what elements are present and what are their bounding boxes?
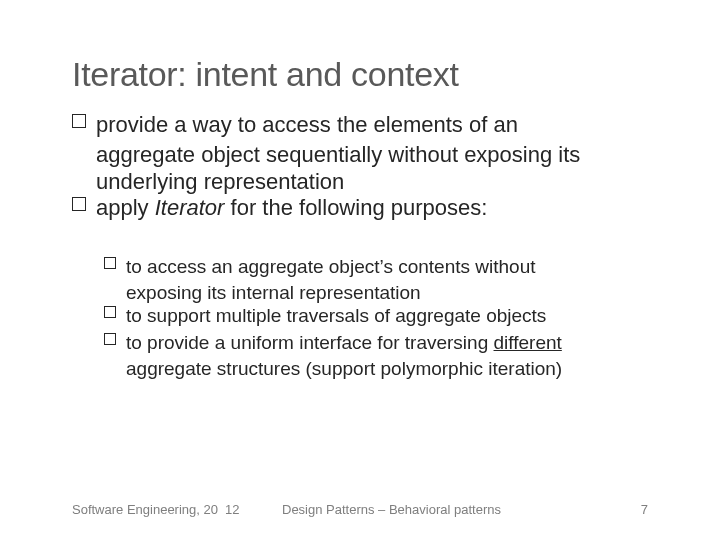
text-fragment: to access an aggregate object bbox=[126, 256, 380, 277]
square-bullet-icon bbox=[104, 306, 116, 318]
slide: Iterator: intent and context provide a w… bbox=[0, 0, 720, 540]
sub-bullet-continuation: exposing its internal representation bbox=[104, 281, 650, 304]
sub-bullet-continuation: aggregate structures (support polymorphi… bbox=[104, 357, 650, 380]
sub-bullet-text: to access an aggregate object’s contents… bbox=[126, 256, 536, 277]
square-bullet-icon bbox=[72, 114, 86, 128]
sub-block: to access an aggregate object’s contents… bbox=[104, 255, 650, 380]
footer-middle: Design Patterns – Behavioral patterns bbox=[282, 502, 501, 517]
square-bullet-icon bbox=[72, 197, 86, 211]
body-block: provide a way to access the elements of … bbox=[72, 112, 652, 225]
square-bullet-icon bbox=[104, 257, 116, 269]
sub-bullet-item: to support multiple traversals of aggreg… bbox=[104, 304, 650, 327]
underlined-term: different bbox=[494, 332, 562, 353]
text-fragment: to provide a uniform interface for trave… bbox=[126, 332, 494, 353]
sub-bullet-text: to provide a uniform interface for trave… bbox=[126, 332, 562, 353]
footer-left: Software Engineering, 20 bbox=[72, 502, 218, 517]
footer-number: 12 bbox=[225, 502, 239, 517]
bullet-text: provide a way to access the elements of … bbox=[96, 112, 652, 139]
bullet-item: apply Iterator for the following purpose… bbox=[72, 195, 652, 222]
bullet-item: provide a way to access the elements of … bbox=[72, 112, 652, 139]
bullet-continuation: aggregate object sequentially without ex… bbox=[72, 142, 652, 196]
sub-bullet-item: to provide a uniform interface for trave… bbox=[104, 331, 650, 354]
footer-page: 7 bbox=[641, 502, 648, 517]
sub-bullet-item: to access an aggregate object’s contents… bbox=[104, 255, 650, 278]
bullet-text: apply Iterator for the following purpose… bbox=[96, 195, 652, 222]
text-fragment: for the following purposes: bbox=[224, 195, 487, 220]
text-fragment: s contents without bbox=[383, 256, 535, 277]
slide-title: Iterator: intent and context bbox=[72, 55, 459, 94]
italic-term: Iterator bbox=[155, 195, 225, 220]
text-fragment: apply bbox=[96, 195, 155, 220]
sub-bullet-text: to support multiple traversals of aggreg… bbox=[126, 305, 546, 326]
square-bullet-icon bbox=[104, 333, 116, 345]
